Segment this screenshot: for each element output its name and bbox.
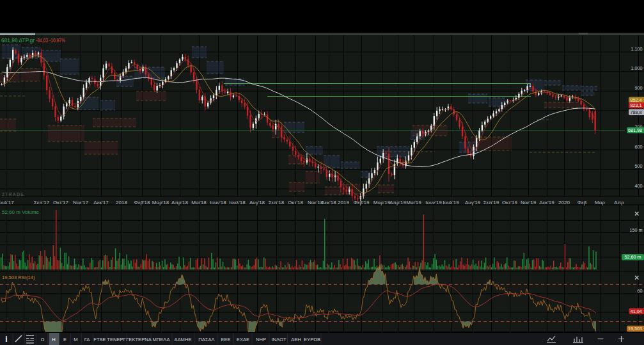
svg-text:Αυγ'18: Αυγ'18 [249, 200, 265, 205]
svg-text:19,503 RSI(14): 19,503 RSI(14) [2, 275, 35, 280]
svg-text:Σεπ'17: Σεπ'17 [34, 200, 50, 205]
svg-text:2020: 2020 [558, 200, 570, 205]
svg-text:600: 600 [635, 144, 643, 150]
svg-text:ΕΕΕ: ΕΕΕ [221, 337, 230, 342]
svg-text:681,98: 681,98 [628, 127, 642, 133]
svg-text:FTSE: FTSE [93, 337, 106, 342]
svg-text:ΔΕΗ: ΔΕΗ [291, 337, 301, 342]
svg-text:150 m: 150 m [630, 227, 643, 233]
svg-text:52,60 m Volume: 52,60 m Volume [2, 209, 39, 215]
svg-text:Δεκ'19: Δεκ'19 [539, 200, 554, 205]
svg-text:Ε: Ε [63, 337, 67, 342]
svg-text:ΓΕΚΤΕΡΝΑ: ΓΕΚΤΕΡΝΑ [126, 337, 152, 342]
svg-text:Σεπ'19: Σεπ'19 [483, 200, 499, 205]
svg-text:Φεβ'18: Φεβ'18 [134, 200, 151, 205]
svg-text:Οκτ'17: Οκτ'17 [53, 200, 68, 205]
svg-text:ΙΝΛΟΤ: ΙΝΛΟΤ [271, 337, 286, 342]
svg-text:1.100: 1.100 [631, 46, 643, 52]
svg-text:60: 60 [638, 288, 643, 294]
svg-text:Μαι'19: Μαι'19 [406, 200, 421, 205]
svg-text:ΤΕΝΕΡΓ: ΤΕΝΕΡΓ [107, 337, 126, 342]
svg-text:Σεπ'18: Σεπ'18 [269, 200, 285, 205]
svg-text:2019: 2019 [338, 200, 349, 205]
svg-text:2018: 2018 [116, 200, 127, 205]
svg-text:ΑΔΜΗΕ: ΑΔΜΗΕ [174, 337, 191, 342]
svg-text:1.000: 1.000 [631, 65, 643, 71]
svg-text:Οκτ'18: Οκτ'18 [288, 200, 303, 205]
svg-text:ΜΠΕΛΑ: ΜΠΕΛΑ [152, 337, 170, 342]
svg-text:788,8: 788,8 [631, 109, 642, 115]
svg-text:Η: Η [52, 337, 55, 342]
svg-text:Απρ'18: Απρ'18 [171, 200, 188, 205]
svg-text:Μαι'18: Μαι'18 [191, 200, 207, 205]
svg-text:-84,03 -10,97%: -84,03 -10,97% [36, 38, 65, 44]
svg-text:Ιουν'19: Ιουν'19 [425, 200, 442, 205]
svg-text:ΕΧΑΕ: ΕΧΑΕ [237, 337, 249, 342]
svg-text:ΠΑΣΑΛ: ΠΑΣΑΛ [198, 337, 215, 342]
svg-text:Ιουλ'18: Ιουλ'18 [229, 200, 246, 205]
svg-text:Μαρ'19: Μαρ'19 [373, 200, 391, 205]
svg-text:Φεβ'19: Φεβ'19 [354, 200, 370, 205]
svg-text:ΝΗΡ: ΝΗΡ [256, 337, 266, 342]
svg-text:Ω: Ω [41, 337, 45, 342]
svg-text:Μαρ'18: Μαρ'18 [152, 200, 169, 205]
svg-text:i: i [5, 335, 7, 344]
svg-text:Νοε'19: Νοε'19 [521, 200, 537, 205]
svg-text:Αυγ'19: Αυγ'19 [465, 200, 481, 205]
svg-text:Δεκ'18: Δεκ'18 [321, 200, 336, 205]
svg-text:Μαρ: Μαρ [595, 200, 605, 205]
svg-text:Φεβ: Φεβ [577, 200, 587, 205]
svg-text:Δεκ'17: Δεκ'17 [93, 200, 109, 205]
svg-text:19,503: 19,503 [628, 326, 642, 332]
svg-text:400: 400 [635, 183, 643, 189]
svg-text:2TRADE: 2TRADE [2, 192, 24, 197]
svg-text:Ιουλ'19: Ιουλ'19 [443, 200, 459, 205]
svg-text:Νοε'17: Νοε'17 [73, 200, 89, 205]
svg-text:Μ: Μ [74, 337, 77, 342]
svg-text:41,04: 41,04 [631, 309, 642, 314]
svg-text:ΓΔ: ΓΔ [84, 337, 90, 342]
svg-text:Απρ'19: Απρ'19 [389, 200, 406, 205]
svg-text:ΕΥΡΩΒ: ΕΥΡΩΒ [304, 337, 320, 342]
svg-text:823,1: 823,1 [631, 102, 642, 108]
svg-text:52,60 m: 52,60 m [625, 254, 641, 260]
svg-text:Οκτ'19: Οκτ'19 [502, 200, 517, 205]
svg-text:681,98 ΔΤΡ.gr: 681,98 ΔΤΡ.gr [1, 38, 35, 44]
svg-text:Ιουν'18: Ιουν'18 [210, 200, 226, 205]
svg-text:Ιουλ'17: Ιουλ'17 [0, 200, 14, 205]
svg-text:500: 500 [635, 163, 643, 169]
svg-text:Απρ: Απρ [614, 200, 624, 205]
svg-text:900: 900 [635, 85, 643, 91]
